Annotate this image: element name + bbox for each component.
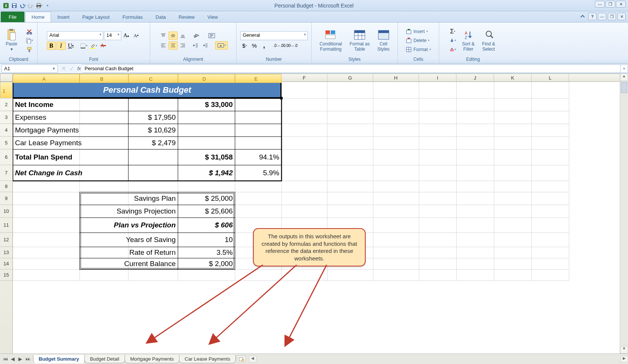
- cell-C3[interactable]: $ 17,950: [131, 113, 176, 122]
- tab-home[interactable]: Home: [25, 12, 51, 22]
- underline-button[interactable]: U▾: [66, 42, 75, 50]
- increase-indent-icon[interactable]: [201, 41, 210, 50]
- decrease-decimal-icon[interactable]: .00→.0: [286, 42, 297, 50]
- row-header-14[interactable]: 14: [0, 258, 12, 269]
- qat-customize-icon[interactable]: ▾: [44, 2, 51, 9]
- cell-D7[interactable]: $ 1,942: [180, 169, 233, 177]
- fill-handle[interactable]: [280, 97, 283, 99]
- delete-cells-button[interactable]: Delete ▾: [404, 36, 431, 45]
- cell-C5[interactable]: $ 2,479: [131, 139, 176, 147]
- tab-view[interactable]: View: [201, 12, 224, 22]
- sheet-tab-budget-summary[interactable]: Budget Summary: [33, 355, 85, 363]
- format-painter-icon[interactable]: [24, 45, 35, 54]
- print-icon[interactable]: ▾: [35, 2, 43, 9]
- insert-cells-button[interactable]: Insert ▾: [404, 27, 429, 36]
- cell-styles-button[interactable]: Cell Styles: [375, 27, 392, 53]
- borders-button[interactable]: ▾: [79, 42, 88, 50]
- sheet-nav-prev-icon[interactable]: ◀: [9, 355, 17, 363]
- column-header-G[interactable]: G: [327, 74, 373, 81]
- cell-A7[interactable]: Net Change in Cash: [15, 169, 126, 177]
- column-header-I[interactable]: I: [419, 74, 456, 81]
- find-select-button[interactable]: Find & Select: [479, 27, 498, 53]
- vertical-scrollbar[interactable]: ▲ ▼: [620, 74, 628, 353]
- cell-A4[interactable]: Mortgage Payments: [15, 126, 126, 134]
- cell-B9[interactable]: Savings Plan: [82, 194, 176, 203]
- cell-E7[interactable]: 5.9%: [237, 169, 279, 177]
- font-name-select[interactable]: Arial: [47, 31, 103, 40]
- sheet-nav-first-icon[interactable]: ⏮: [2, 355, 9, 363]
- font-color-button[interactable]: A▾: [99, 42, 108, 50]
- cell-C4[interactable]: $ 10,629: [131, 126, 176, 134]
- row-header-11[interactable]: 11: [0, 218, 12, 233]
- redo-icon[interactable]: ▾: [27, 2, 35, 9]
- align-right-icon[interactable]: [178, 41, 187, 50]
- cell-D9[interactable]: $ 25,000: [180, 194, 233, 203]
- workbook-restore-button[interactable]: ❐: [608, 13, 616, 20]
- cell-B10[interactable]: Savings Projection: [82, 207, 176, 215]
- align-bottom-icon[interactable]: [178, 32, 187, 40]
- align-top-icon[interactable]: [159, 32, 168, 40]
- font-size-select[interactable]: 14: [104, 31, 121, 40]
- accounting-format-icon[interactable]: $▾: [240, 42, 249, 50]
- clear-button[interactable]: ▾: [448, 45, 457, 54]
- undo-icon[interactable]: ▾: [19, 2, 26, 9]
- column-header-D[interactable]: D: [178, 74, 235, 83]
- insert-sheet-button[interactable]: [237, 355, 246, 363]
- cells-area[interactable]: Personal Cash Budget Net Income$ 33,000E…: [13, 82, 620, 353]
- row-header-15[interactable]: 15: [0, 269, 12, 281]
- cell-B14[interactable]: Current Balance: [82, 260, 176, 268]
- autosum-button[interactable]: Σ▾: [448, 27, 457, 36]
- row-header-12[interactable]: 12: [0, 233, 12, 247]
- help-icon[interactable]: ?: [588, 13, 596, 20]
- cell-D11[interactable]: $ 606: [180, 221, 233, 229]
- cell-A5[interactable]: Car Lease Payments: [15, 139, 126, 147]
- cell-D13[interactable]: 3.5%: [180, 248, 233, 257]
- decrease-font-icon[interactable]: A▾: [132, 32, 141, 40]
- workbook-minimize-button[interactable]: —: [598, 13, 606, 20]
- percent-format-icon[interactable]: %: [250, 42, 259, 50]
- column-header-A[interactable]: A: [13, 74, 80, 83]
- cell-D12[interactable]: 10: [180, 236, 233, 244]
- decrease-indent-icon[interactable]: [191, 41, 200, 50]
- number-format-select[interactable]: General: [240, 31, 308, 40]
- sheet-nav-next-icon[interactable]: ▶: [17, 355, 24, 363]
- row-header-6[interactable]: 6: [0, 149, 12, 165]
- increase-decimal-icon[interactable]: .0→.00: [274, 42, 285, 50]
- hscroll-right-button[interactable]: ▶: [620, 356, 628, 362]
- cell-D6[interactable]: $ 31,058: [180, 153, 233, 161]
- copy-icon[interactable]: ▾: [24, 36, 35, 45]
- cell-D10[interactable]: $ 25,606: [180, 207, 233, 215]
- row-header-4[interactable]: 4: [0, 124, 12, 137]
- file-tab[interactable]: File: [1, 12, 24, 22]
- cell-B12[interactable]: Years of Saving: [82, 236, 176, 244]
- sheet-tab-budget-detail[interactable]: Budget Detail: [84, 355, 125, 363]
- wrap-text-icon[interactable]: [205, 32, 218, 40]
- fill-color-button[interactable]: ▾: [89, 42, 98, 50]
- formula-input[interactable]: Personal Cash Budget: [82, 65, 620, 73]
- sheet-nav-last-icon[interactable]: ⏭: [24, 355, 32, 363]
- title-cell[interactable]: Personal Cash Budget: [13, 82, 282, 98]
- scroll-down-button[interactable]: ▼: [620, 346, 628, 353]
- tab-insert[interactable]: Insert: [51, 12, 76, 22]
- fx-icon[interactable]: fx: [77, 66, 81, 71]
- hscroll-left-button[interactable]: ◀: [249, 356, 256, 362]
- align-left-icon[interactable]: [159, 41, 168, 50]
- format-as-table-button[interactable]: Format as Table: [347, 27, 372, 53]
- tab-data[interactable]: Data: [149, 12, 172, 22]
- format-cells-button[interactable]: Format ▾: [404, 45, 432, 54]
- conditional-formatting-button[interactable]: Conditional Formatting: [317, 27, 345, 53]
- maximize-button[interactable]: ❐: [605, 1, 615, 8]
- scroll-up-button[interactable]: ▲: [620, 74, 628, 81]
- minimize-ribbon-icon[interactable]: [578, 13, 587, 20]
- name-box[interactable]: A1▾: [2, 65, 58, 73]
- paste-button[interactable]: Paste ▾: [3, 27, 20, 53]
- cell-B11[interactable]: Plan vs Projection: [82, 221, 176, 229]
- row-header-13[interactable]: 13: [0, 247, 12, 258]
- column-header-B[interactable]: B: [80, 74, 128, 83]
- row-header-9[interactable]: 9: [0, 192, 12, 205]
- expand-formula-bar-icon[interactable]: ▾: [620, 65, 628, 73]
- row-header-7[interactable]: 7: [0, 165, 12, 181]
- scroll-thumb[interactable]: [621, 82, 627, 93]
- cut-icon[interactable]: [24, 27, 35, 36]
- workbook-close-button[interactable]: ✕: [617, 13, 626, 20]
